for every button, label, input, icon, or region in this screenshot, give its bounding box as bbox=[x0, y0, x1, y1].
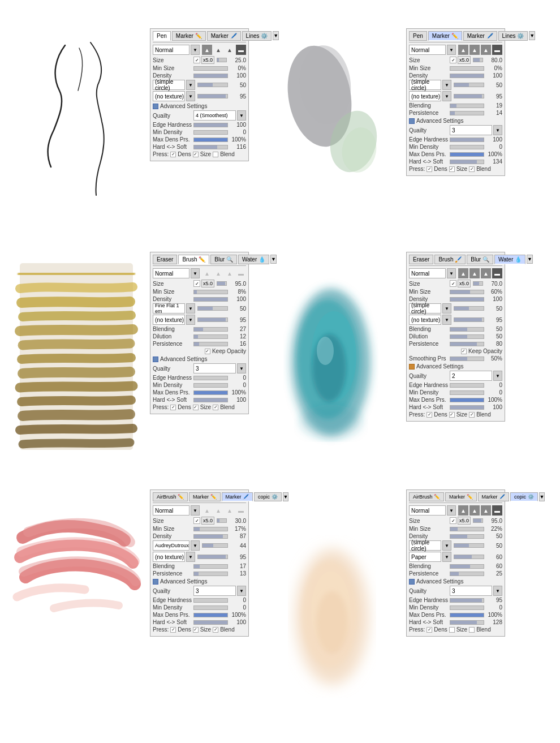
tab-brush-b[interactable]: Brush ✏️ bbox=[178, 255, 209, 264]
persistence-slider-b[interactable] bbox=[193, 342, 228, 346]
quality-arrow-cop[interactable]: ▼ bbox=[493, 586, 502, 596]
paper-arrow-cop[interactable]: ▼ bbox=[442, 552, 451, 562]
normal-dropdown-r[interactable]: Normal bbox=[409, 45, 446, 55]
max-dens-slider-b[interactable] bbox=[193, 390, 228, 395]
shape-tri-cop2[interactable]: ▲ bbox=[469, 505, 480, 516]
no-texture-dropdown-b[interactable]: (no texture) bbox=[153, 315, 185, 325]
shape-tri-b2[interactable]: ▲ bbox=[213, 268, 223, 278]
audrey-arrow-ab[interactable]: ▼ bbox=[191, 540, 200, 551]
size-slider-cop[interactable] bbox=[473, 518, 483, 523]
tab-blur-b[interactable]: Blur 🔍 bbox=[210, 255, 237, 264]
simple-circle-slider-cop[interactable] bbox=[454, 543, 484, 548]
tab-eraser-b[interactable]: Eraser bbox=[153, 255, 177, 264]
blending-slider-w[interactable] bbox=[450, 327, 484, 332]
quality-dropdown-r[interactable]: 3 bbox=[450, 125, 492, 135]
hard-soft-slider-b[interactable] bbox=[193, 398, 228, 402]
quality-arrow-ab[interactable]: ▼ bbox=[237, 586, 246, 596]
size-checkbox-cop[interactable]: ✓ bbox=[450, 517, 456, 524]
press-blend-w[interactable] bbox=[469, 412, 475, 418]
density-slider-w[interactable] bbox=[450, 297, 484, 302]
normal-arrow[interactable]: ▼ bbox=[191, 45, 200, 55]
no-texture-arrow-r[interactable]: ▼ bbox=[442, 91, 451, 101]
tab-airbrush-ab[interactable]: AirBrush ✏️ bbox=[153, 492, 188, 501]
shape-tri-w2[interactable]: ▲ bbox=[469, 268, 480, 278]
press-dens-r[interactable] bbox=[427, 166, 432, 172]
min-size-slider-r[interactable] bbox=[450, 66, 484, 71]
max-dens-slider-ab[interactable] bbox=[193, 613, 228, 617]
press-blend-checkbox[interactable] bbox=[213, 152, 218, 157]
shape-tri-cop3[interactable]: ▲ bbox=[481, 505, 491, 516]
no-texture-arrow-ab[interactable]: ▼ bbox=[186, 552, 195, 562]
tab-eraser-w[interactable]: Eraser bbox=[409, 255, 433, 264]
blending-slider-r[interactable] bbox=[450, 104, 484, 108]
shape-rect-ab[interactable]: ▬ bbox=[236, 505, 246, 516]
shape-rect-cop[interactable]: ▬ bbox=[492, 505, 502, 516]
max-dens-slider-w[interactable] bbox=[450, 398, 484, 402]
advanced-settings-header-cop[interactable]: Advanced Settings bbox=[409, 578, 502, 585]
simple-circle-slider[interactable] bbox=[197, 83, 228, 87]
min-density-slider[interactable] bbox=[193, 130, 228, 135]
shape-tri-ab3[interactable]: ▲ bbox=[225, 505, 235, 516]
shape-rect[interactable]: ▬ bbox=[236, 45, 246, 55]
paper-slider-cop[interactable] bbox=[454, 555, 484, 559]
shape-tri-w3[interactable]: ▲ bbox=[481, 268, 491, 278]
no-texture-dropdown-r[interactable]: (no texture) bbox=[409, 91, 441, 101]
tab-pen[interactable]: Pen bbox=[153, 31, 171, 41]
no-texture-dropdown-w[interactable]: (no texture) bbox=[409, 315, 441, 325]
simple-circle-arrow-cop[interactable]: ▼ bbox=[442, 540, 451, 551]
size-multiplier[interactable]: x5.0 bbox=[201, 56, 214, 64]
paper-dropdown-cop[interactable]: Paper bbox=[409, 552, 441, 562]
blending-slider-b[interactable] bbox=[193, 327, 228, 332]
size-slider-b[interactable] bbox=[217, 281, 227, 286]
flat-brush-slider-b[interactable] bbox=[197, 306, 228, 311]
press-dens-b[interactable] bbox=[170, 405, 176, 410]
advanced-settings-header-r[interactable]: Advanced Settings bbox=[409, 118, 502, 124]
size-slider-r[interactable] bbox=[473, 58, 483, 62]
density-slider-b[interactable] bbox=[193, 297, 228, 302]
normal-arrow-w[interactable]: ▼ bbox=[447, 268, 456, 278]
shape-tri-r3[interactable]: ▲ bbox=[481, 45, 491, 55]
simple-circle-dropdown-cop[interactable]: (simple circle) bbox=[409, 540, 441, 551]
min-size-slider-cop[interactable] bbox=[450, 527, 484, 531]
normal-dropdown-ab[interactable]: Normal bbox=[153, 505, 189, 516]
press-dens-w[interactable] bbox=[427, 412, 432, 418]
quality-arrow-w[interactable]: ▼ bbox=[493, 371, 502, 381]
tab-blur-w[interactable]: Blur 🔍 bbox=[467, 255, 493, 264]
tab-marker-ab[interactable]: Marker ✏️ bbox=[189, 492, 221, 501]
density-slider[interactable] bbox=[193, 74, 228, 78]
no-texture-slider-r[interactable] bbox=[454, 94, 484, 98]
shape-tri-b3[interactable]: ▲ bbox=[225, 268, 235, 278]
keep-opacity-checkbox-b[interactable] bbox=[205, 349, 210, 354]
tab-pen-r[interactable]: Pen bbox=[409, 31, 427, 41]
persistence-slider-r[interactable] bbox=[450, 111, 484, 115]
simple-circle-arrow-r[interactable]: ▼ bbox=[442, 80, 451, 90]
press-size-ab[interactable] bbox=[193, 627, 199, 633]
simple-circle-dropdown[interactable]: (simple circle) bbox=[153, 80, 185, 90]
tab-marker2-r[interactable]: Marker 🖊️ bbox=[463, 31, 497, 41]
quality-dropdown-w[interactable]: 2 bbox=[450, 371, 492, 381]
shape-triangle2[interactable]: ▲ bbox=[213, 45, 223, 55]
edge-hardness-slider-w[interactable] bbox=[450, 383, 484, 388]
tab-airbrush-cop[interactable]: AirBrush ✏️ bbox=[409, 492, 444, 501]
max-dens-prs-slider[interactable] bbox=[193, 138, 228, 142]
min-size-slider-b[interactable] bbox=[193, 290, 228, 294]
shape-rect-w[interactable]: ▬ bbox=[492, 268, 502, 278]
press-size-checkbox[interactable] bbox=[193, 152, 199, 157]
no-texture-dropdown-ab[interactable]: (no texture) bbox=[153, 552, 185, 562]
min-density-slider-b[interactable] bbox=[193, 383, 228, 388]
quality-arrow[interactable]: ▼ bbox=[237, 110, 246, 121]
shape-rect-r[interactable]: ▬ bbox=[492, 45, 502, 55]
normal-arrow-ab[interactable]: ▼ bbox=[191, 505, 200, 516]
size-slider[interactable] bbox=[217, 58, 227, 62]
edge-hardness-slider-cop[interactable] bbox=[450, 598, 484, 603]
min-size-slider[interactable] bbox=[193, 66, 228, 71]
size-checkbox-r[interactable]: ✓ bbox=[450, 57, 456, 63]
quality-arrow-r[interactable]: ▼ bbox=[493, 125, 502, 135]
no-texture-arrow-w[interactable]: ▼ bbox=[442, 315, 451, 325]
press-size-cop[interactable] bbox=[449, 627, 455, 633]
no-texture-slider[interactable] bbox=[197, 94, 228, 98]
normal-dropdown-b[interactable]: Normal bbox=[153, 268, 189, 278]
normal-arrow-r[interactable]: ▼ bbox=[447, 45, 456, 55]
normal-dropdown[interactable]: Normal bbox=[153, 45, 189, 55]
simple-circle-slider-r[interactable] bbox=[454, 83, 484, 87]
